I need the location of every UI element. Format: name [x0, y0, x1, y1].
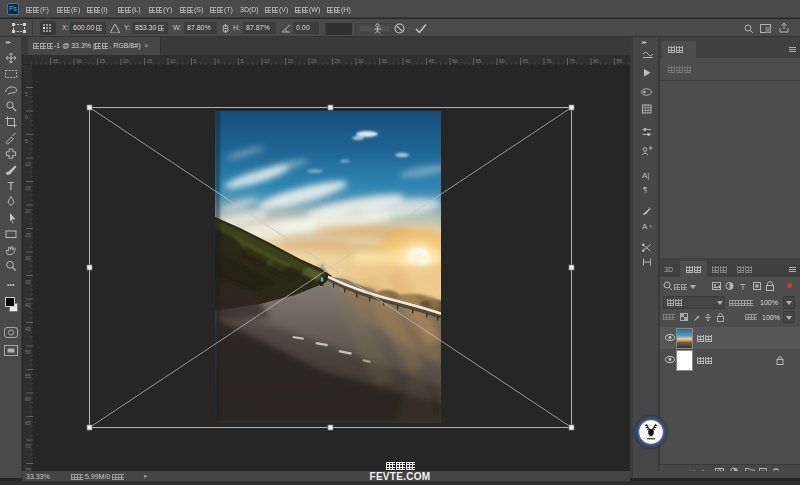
svg-text:T: T: [740, 282, 746, 292]
svg-text:A|: A|: [642, 171, 649, 180]
svg-text:¶: ¶: [643, 185, 647, 194]
svg-text:A: A: [642, 222, 648, 231]
